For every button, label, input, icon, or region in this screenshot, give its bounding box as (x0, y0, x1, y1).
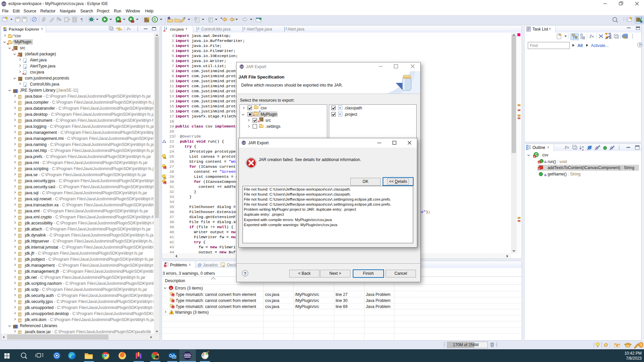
svg-text:x: x (172, 306, 174, 308)
svg-text:x: x (164, 167, 166, 169)
svg-text:L: L (613, 145, 615, 147)
svg-text:a: a (582, 145, 584, 148)
svg-text:x: x (534, 155, 535, 158)
svg-text:!: ! (165, 157, 166, 159)
svg-text:x: x (170, 287, 172, 290)
svg-text:¶: ¶ (81, 17, 83, 22)
svg-text:x: x (539, 167, 540, 170)
svg-text:X: X (339, 113, 341, 116)
svg-text:J: J (640, 16, 642, 20)
svg-text:!: ! (171, 311, 172, 314)
svg-text:x: x (172, 294, 174, 296)
svg-text:X: X (339, 106, 341, 109)
svg-text:x: x (164, 182, 166, 184)
svg-text:x: x (172, 300, 174, 302)
svg-text:z: z (582, 148, 584, 151)
svg-text:S: S (599, 145, 600, 147)
svg-text:!: ! (165, 177, 166, 179)
svg-text:x: x (165, 265, 166, 267)
svg-text:G: G (154, 18, 156, 21)
svg-text:x: x (539, 161, 540, 163)
